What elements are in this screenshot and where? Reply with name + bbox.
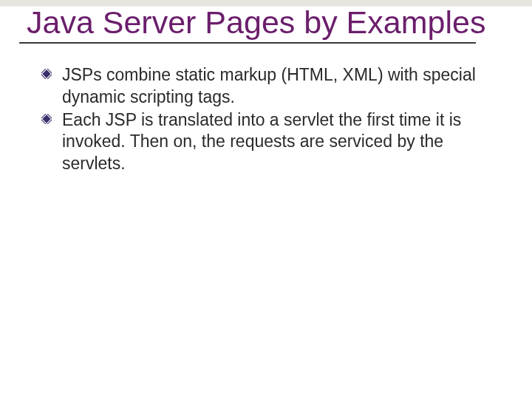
slide-title: Java Server Pages by Examples: [27, 6, 505, 39]
diamond-bullet-icon: [41, 69, 52, 79]
diamond-bullet-icon: [41, 114, 52, 124]
bullet-list: JSPs combine static markup (HTML, XML) w…: [27, 64, 505, 174]
list-item: JSPs combine static markup (HTML, XML) w…: [62, 64, 476, 108]
top-shadow-bar: [0, 0, 532, 6]
list-item: Each JSP is translated into a servlet th…: [62, 109, 476, 174]
bullet-text: Each JSP is translated into a servlet th…: [62, 110, 461, 173]
title-underline: [19, 42, 476, 44]
slide-content: Java Server Pages by Examples JSPs combi…: [0, 0, 532, 174]
bullet-text: JSPs combine static markup (HTML, XML) w…: [62, 65, 476, 106]
